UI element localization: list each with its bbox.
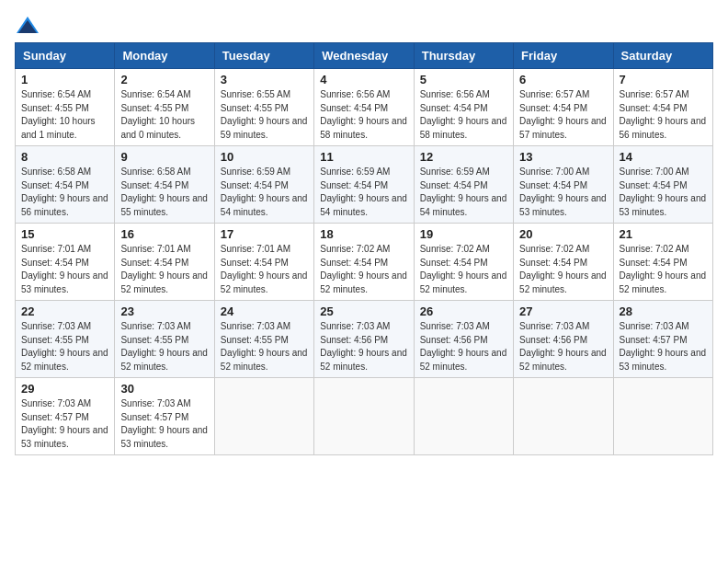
day-number: 8: [21, 150, 108, 164]
calendar-cell: 29Sunrise: 7:03 AMSunset: 4:57 PMDayligh…: [16, 378, 115, 455]
day-number: 5: [420, 73, 507, 86]
calendar-cell: 20Sunrise: 7:02 AMSunset: 4:54 PMDayligh…: [514, 224, 613, 301]
calendar-cell: 10Sunrise: 6:59 AMSunset: 4:54 PMDayligh…: [214, 146, 313, 224]
day-number: 16: [120, 227, 208, 241]
day-number: 15: [21, 227, 108, 241]
calendar-cell: 22Sunrise: 7:03 AMSunset: 4:55 PMDayligh…: [16, 301, 115, 378]
cell-content: Sunrise: 6:58 AMSunset: 4:54 PMDaylight:…: [21, 166, 108, 219]
cell-content: Sunrise: 7:02 AMSunset: 4:54 PMDaylight:…: [320, 243, 407, 296]
calendar-week-4: 22Sunrise: 7:03 AMSunset: 4:55 PMDayligh…: [16, 301, 713, 378]
day-number: 1: [21, 73, 108, 86]
calendar-cell: 25Sunrise: 7:03 AMSunset: 4:56 PMDayligh…: [314, 301, 414, 378]
calendar-week-5: 29Sunrise: 7:03 AMSunset: 4:57 PMDayligh…: [16, 378, 713, 455]
day-number: 18: [320, 227, 407, 241]
day-number: 30: [120, 382, 208, 396]
calendar-cell: [414, 378, 513, 455]
cell-content: Sunrise: 6:56 AMSunset: 4:54 PMDaylight:…: [320, 88, 407, 142]
header-tuesday: Tuesday: [214, 43, 313, 69]
calendar-cell: 30Sunrise: 7:03 AMSunset: 4:57 PMDayligh…: [115, 378, 214, 455]
calendar-week-2: 8Sunrise: 6:58 AMSunset: 4:54 PMDaylight…: [16, 146, 713, 224]
cell-content: Sunrise: 7:03 AMSunset: 4:55 PMDaylight:…: [120, 320, 208, 373]
header-wednesday: Wednesday: [314, 43, 414, 69]
day-number: 3: [221, 73, 308, 86]
calendar-cell: 24Sunrise: 7:03 AMSunset: 4:55 PMDayligh…: [214, 301, 313, 378]
day-number: 2: [120, 73, 208, 86]
day-number: 20: [519, 227, 607, 241]
calendar-cell: 14Sunrise: 7:00 AMSunset: 4:54 PMDayligh…: [613, 146, 712, 224]
calendar-cell: 28Sunrise: 7:03 AMSunset: 4:57 PMDayligh…: [613, 301, 712, 378]
calendar-cell: 6Sunrise: 6:57 AMSunset: 4:54 PMDaylight…: [514, 69, 613, 146]
day-number: 17: [221, 227, 308, 241]
day-number: 25: [320, 304, 407, 318]
calendar-cell: 5Sunrise: 6:56 AMSunset: 4:54 PMDaylight…: [414, 69, 513, 146]
day-number: 14: [620, 150, 707, 164]
calendar-cell: 17Sunrise: 7:01 AMSunset: 4:54 PMDayligh…: [214, 224, 313, 301]
calendar-cell: 27Sunrise: 7:03 AMSunset: 4:56 PMDayligh…: [514, 301, 613, 378]
calendar-cell: 2Sunrise: 6:54 AMSunset: 4:55 PMDaylight…: [115, 69, 214, 146]
day-number: 21: [620, 227, 707, 241]
cell-content: Sunrise: 6:57 AMSunset: 4:54 PMDaylight:…: [620, 88, 707, 142]
calendar-cell: 4Sunrise: 6:56 AMSunset: 4:54 PMDaylight…: [314, 69, 414, 146]
cell-content: Sunrise: 6:59 AMSunset: 4:54 PMDaylight:…: [221, 166, 308, 219]
calendar-cell: 13Sunrise: 7:00 AMSunset: 4:54 PMDayligh…: [514, 146, 613, 224]
day-number: 28: [620, 304, 707, 318]
cell-content: Sunrise: 6:56 AMSunset: 4:54 PMDaylight:…: [420, 88, 507, 142]
cell-content: Sunrise: 7:02 AMSunset: 4:54 PMDaylight:…: [519, 243, 607, 296]
header-thursday: Thursday: [414, 43, 513, 69]
logo-icon: [15, 15, 40, 35]
cell-content: Sunrise: 7:03 AMSunset: 4:57 PMDaylight:…: [21, 397, 108, 451]
header-sunday: Sunday: [16, 43, 115, 69]
day-number: 19: [420, 227, 507, 241]
calendar-cell: 23Sunrise: 7:03 AMSunset: 4:55 PMDayligh…: [115, 301, 214, 378]
day-number: 9: [120, 150, 208, 164]
cell-content: Sunrise: 7:03 AMSunset: 4:56 PMDaylight:…: [420, 320, 507, 373]
header-saturday: Saturday: [613, 43, 712, 69]
cell-content: Sunrise: 7:03 AMSunset: 4:55 PMDaylight:…: [21, 320, 108, 373]
day-number: 7: [620, 73, 707, 86]
day-number: 10: [221, 150, 308, 164]
cell-content: Sunrise: 6:57 AMSunset: 4:54 PMDaylight:…: [519, 88, 607, 142]
day-number: 4: [320, 73, 407, 86]
cell-content: Sunrise: 6:58 AMSunset: 4:54 PMDaylight:…: [120, 166, 208, 219]
calendar-cell: 21Sunrise: 7:02 AMSunset: 4:54 PMDayligh…: [613, 224, 712, 301]
day-number: 22: [21, 304, 108, 318]
calendar-cell: 1Sunrise: 6:54 AMSunset: 4:55 PMDaylight…: [16, 69, 115, 146]
cell-content: Sunrise: 7:01 AMSunset: 4:54 PMDaylight:…: [221, 243, 308, 296]
calendar-cell: 3Sunrise: 6:55 AMSunset: 4:55 PMDaylight…: [214, 69, 313, 146]
cell-content: Sunrise: 7:03 AMSunset: 4:56 PMDaylight:…: [519, 320, 607, 373]
cell-content: Sunrise: 7:01 AMSunset: 4:54 PMDaylight:…: [120, 243, 208, 296]
day-number: 23: [120, 304, 208, 318]
cell-content: Sunrise: 6:59 AMSunset: 4:54 PMDaylight:…: [420, 166, 507, 219]
cell-content: Sunrise: 7:01 AMSunset: 4:54 PMDaylight:…: [21, 243, 108, 296]
calendar-week-1: 1Sunrise: 6:54 AMSunset: 4:55 PMDaylight…: [16, 69, 713, 146]
calendar-cell: [514, 378, 613, 455]
calendar-cell: 7Sunrise: 6:57 AMSunset: 4:54 PMDaylight…: [613, 69, 712, 146]
cell-content: Sunrise: 6:54 AMSunset: 4:55 PMDaylight:…: [21, 88, 108, 142]
calendar-cell: [314, 378, 414, 455]
header-monday: Monday: [115, 43, 214, 69]
calendar-cell: 9Sunrise: 6:58 AMSunset: 4:54 PMDaylight…: [115, 146, 214, 224]
cell-content: Sunrise: 7:02 AMSunset: 4:54 PMDaylight:…: [620, 243, 707, 296]
day-number: 12: [420, 150, 507, 164]
calendar-cell: 16Sunrise: 7:01 AMSunset: 4:54 PMDayligh…: [115, 224, 214, 301]
day-number: 24: [221, 304, 308, 318]
day-number: 11: [320, 150, 407, 164]
calendar-cell: 15Sunrise: 7:01 AMSunset: 4:54 PMDayligh…: [16, 224, 115, 301]
calendar-cell: [214, 378, 313, 455]
cell-content: Sunrise: 6:59 AMSunset: 4:54 PMDaylight:…: [320, 166, 407, 219]
calendar-header-row: SundayMondayTuesdayWednesdayThursdayFrid…: [16, 43, 713, 69]
header-friday: Friday: [514, 43, 613, 69]
cell-content: Sunrise: 6:54 AMSunset: 4:55 PMDaylight:…: [120, 88, 208, 142]
calendar-cell: 11Sunrise: 6:59 AMSunset: 4:54 PMDayligh…: [314, 146, 414, 224]
logo: [15, 15, 44, 35]
cell-content: Sunrise: 7:03 AMSunset: 4:57 PMDaylight:…: [620, 320, 707, 373]
cell-content: Sunrise: 7:03 AMSunset: 4:56 PMDaylight:…: [320, 320, 407, 373]
day-number: 26: [420, 304, 507, 318]
cell-content: Sunrise: 7:03 AMSunset: 4:55 PMDaylight:…: [221, 320, 308, 373]
day-number: 13: [519, 150, 607, 164]
calendar-cell: 18Sunrise: 7:02 AMSunset: 4:54 PMDayligh…: [314, 224, 414, 301]
calendar-cell: 8Sunrise: 6:58 AMSunset: 4:54 PMDaylight…: [16, 146, 115, 224]
cell-content: Sunrise: 7:00 AMSunset: 4:54 PMDaylight:…: [519, 166, 607, 219]
calendar-cell: 12Sunrise: 6:59 AMSunset: 4:54 PMDayligh…: [414, 146, 513, 224]
calendar-week-3: 15Sunrise: 7:01 AMSunset: 4:54 PMDayligh…: [16, 224, 713, 301]
